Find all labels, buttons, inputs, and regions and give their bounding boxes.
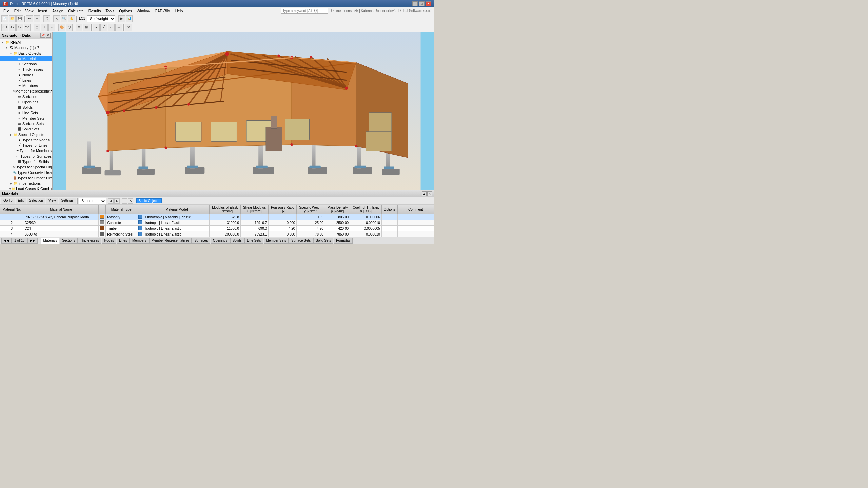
menu-insert[interactable]: Insert [36, 8, 50, 14]
tree-nodes[interactable]: ● Nodes [0, 72, 52, 78]
tree-sections[interactable]: Ⅱ Sections [0, 61, 52, 67]
tree-special-objects[interactable]: ▶ 📁 Special Objects [0, 132, 52, 137]
tree-item-rfem[interactable]: ▼ 📁 RFEM [0, 40, 52, 45]
line-btn[interactable]: ╱ [100, 24, 107, 31]
tab-surface-sets[interactable]: Surface Sets [289, 238, 313, 244]
view-xz-btn[interactable]: XZ [16, 24, 23, 31]
view-btn[interactable]: View [46, 198, 58, 204]
tab-line-sets[interactable]: Line Sets [244, 238, 263, 244]
menu-tools[interactable]: Tools [103, 8, 116, 14]
tree-surfaces[interactable]: ▭ Surfaces [0, 94, 52, 99]
open-btn[interactable]: 📂 [9, 15, 16, 22]
tree-materials[interactable]: ▦ Materials [0, 56, 52, 61]
tab-solids[interactable]: Solids [230, 238, 244, 244]
undo-btn[interactable]: ↩ [26, 15, 33, 22]
panel-expand-btn[interactable]: ▲ [422, 191, 427, 196]
tree-openings[interactable]: □ Openings [0, 99, 52, 105]
render-btn[interactable]: 🎨 [58, 24, 65, 31]
tree-types-surfaces[interactable]: ▭ Types for Surfaces [0, 154, 52, 159]
table-row[interactable]: 2 C25/30 Concrete Isotropic | Linear Ela… [0, 220, 434, 226]
menu-assign[interactable]: Assign [50, 8, 65, 14]
table-row[interactable]: 1 PIA 17/50/23.8 V2, General Purpose Mor… [0, 214, 434, 220]
panel-close-btn[interactable]: ✕ [427, 191, 432, 196]
edit-btn[interactable]: Edit [16, 198, 26, 204]
tree-member-sets[interactable]: ≡ Member Sets [0, 116, 52, 121]
print-btn[interactable]: 🖨 [43, 15, 50, 22]
lc-dropdown[interactable]: Self weight [87, 15, 115, 22]
goto-btn[interactable]: Go To [1, 198, 15, 204]
tree-member-reps[interactable]: ≈ Member Representatives [0, 88, 52, 94]
add-row-btn[interactable]: + [122, 198, 127, 204]
tab-surfaces[interactable]: Surfaces [192, 238, 210, 244]
selection-btn[interactable]: Selection [27, 198, 45, 204]
tab-member-sets[interactable]: Member Sets [264, 238, 289, 244]
node-btn[interactable]: ● [93, 24, 100, 31]
tree-members[interactable]: ━ Members [0, 83, 52, 88]
member-btn[interactable]: ━ [115, 24, 122, 31]
tab-nav-last[interactable]: ▶▶ [27, 238, 38, 244]
close-button[interactable]: ✕ [426, 1, 431, 6]
tree-types-nodes[interactable]: ● Types for Nodes [0, 137, 52, 143]
view-yz-btn[interactable]: YZ [24, 24, 31, 31]
surface-btn[interactable]: ▭ [108, 24, 115, 31]
tree-line-sets[interactable]: ≡ Line Sets [0, 110, 52, 116]
menu-cad-bim[interactable]: CAD-BIM [153, 8, 172, 14]
tab-materials[interactable]: Materials [41, 238, 60, 244]
select-btn[interactable]: ↖ [53, 15, 60, 22]
tab-sections[interactable]: Sections [60, 238, 77, 244]
tree-basic-objects[interactable]: ▼ 📁 Basic Objects [0, 50, 52, 56]
del-btn[interactable]: ✕ [125, 24, 132, 31]
menu-view[interactable]: View [23, 8, 36, 14]
tree-types-special[interactable]: ⚙ Types for Special Objects [0, 164, 52, 170]
tree-load-cases-comb[interactable]: ▼ 📁 Load Cases & Combinations [0, 186, 52, 190]
view-3d-btn[interactable]: 3D [1, 24, 8, 31]
menu-window[interactable]: Window [135, 8, 152, 14]
menu-results[interactable]: Results [86, 8, 103, 14]
wire-btn[interactable]: ⬡ [66, 24, 73, 31]
tab-members[interactable]: Members [130, 238, 149, 244]
nav-pin-btn[interactable]: 📌 [40, 33, 45, 38]
tree-thicknesses[interactable]: ≡ Thicknesses [0, 67, 52, 72]
tab-solid-sets[interactable]: Solid Sets [313, 238, 333, 244]
minimize-button[interactable]: ─ [412, 1, 418, 6]
menu-calculate[interactable]: Calculate [66, 8, 86, 14]
view-xy-btn[interactable]: XY [9, 24, 16, 31]
zoom-out-btn[interactable]: - [48, 24, 55, 31]
tree-lines[interactable]: ╱ Lines [0, 78, 52, 83]
tab-nodes[interactable]: Nodes [102, 238, 116, 244]
table-row[interactable]: 3 C24 Timber Isotropic | Linear Elastic … [0, 226, 434, 231]
save-btn[interactable]: 💾 [16, 15, 23, 22]
tree-types-concrete[interactable]: 🔩 Types Concrete Design [0, 170, 52, 175]
menu-options[interactable]: Options [117, 8, 134, 14]
menu-help[interactable]: Help [173, 8, 185, 14]
redo-btn[interactable]: ↪ [34, 15, 40, 22]
calc-btn[interactable]: ▶ [118, 15, 125, 22]
results-btn[interactable]: 📊 [126, 15, 133, 22]
tree-item-model[interactable]: ▼ 🏗 Masonry (1).rf6 [0, 45, 52, 50]
tab-thicknesses[interactable]: Thicknesses [78, 238, 102, 244]
menu-file[interactable]: File [1, 8, 12, 14]
tab-formulas[interactable]: Formulas [334, 238, 353, 244]
zoom-in-btn[interactable]: + [41, 24, 48, 31]
tree-solid-sets[interactable]: ⬛ Solid Sets [0, 126, 52, 132]
zoom-btn[interactable]: 🔍 [61, 15, 67, 22]
tree-surface-sets[interactable]: ▦ Surface Sets [0, 121, 52, 126]
settings-btn[interactable]: Settings [59, 198, 76, 204]
tree-types-timber[interactable]: 🪵 Types for Timber Design [0, 175, 52, 181]
tab-lines[interactable]: Lines [117, 238, 130, 244]
tab-openings[interactable]: Openings [211, 238, 230, 244]
tree-imperfections[interactable]: ▶ 📁 Imperfections [0, 181, 52, 186]
nav-next-btn[interactable]: ▶ [114, 198, 120, 204]
new-btn[interactable]: 📄 [1, 15, 8, 22]
fit-btn[interactable]: ⊡ [34, 24, 40, 31]
search-input[interactable] [281, 8, 328, 14]
tree-solids[interactable]: ⬛ Solids [0, 105, 52, 110]
nav-prev-btn[interactable]: ◀ [108, 198, 114, 204]
tab-member-reps[interactable]: Member Representatives [149, 238, 192, 244]
filter-dropdown[interactable]: Structure [79, 198, 106, 204]
basic-objects-badge[interactable]: Basic Objects [136, 198, 162, 203]
maximize-button[interactable]: □ [419, 1, 425, 6]
nav-close-btn[interactable]: ✕ [46, 33, 51, 38]
table-row[interactable]: 4 B500(A) Reinforcing Steel Isotropic | … [0, 231, 434, 237]
del-row-btn[interactable]: ✕ [128, 198, 133, 204]
